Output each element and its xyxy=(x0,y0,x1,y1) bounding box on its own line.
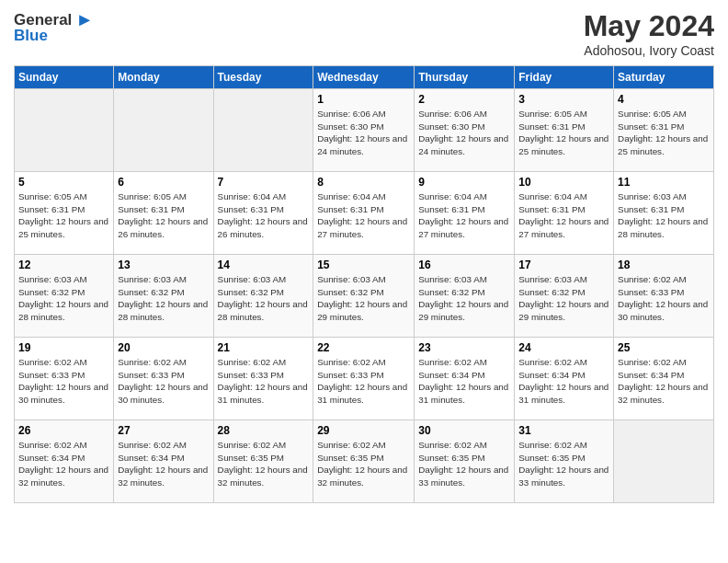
day-number-r1-c3: 8 xyxy=(317,176,410,189)
day-number-r3-c0: 19 xyxy=(18,341,109,354)
header-friday: Friday xyxy=(515,66,614,89)
day-number-r3-c3: 22 xyxy=(317,341,410,354)
calendar-row-4: 26Sunrise: 6:02 AM Sunset: 6:34 PM Dayli… xyxy=(15,420,714,503)
calendar-cell-r0-c2 xyxy=(213,89,313,172)
day-info-r1-c0: Sunrise: 6:05 AM Sunset: 6:31 PM Dayligh… xyxy=(18,190,109,241)
day-number-r2-c3: 15 xyxy=(317,259,410,271)
day-info-r1-c3: Sunrise: 6:04 AM Sunset: 6:31 PM Dayligh… xyxy=(317,190,410,241)
header-thursday: Thursday xyxy=(415,66,515,89)
calendar-cell-r4-c4: 30Sunrise: 6:02 AM Sunset: 6:35 PM Dayli… xyxy=(415,420,515,503)
day-number-r3-c2: 21 xyxy=(218,341,310,354)
day-info-r3-c6: Sunrise: 6:02 AM Sunset: 6:34 PM Dayligh… xyxy=(618,356,710,407)
calendar-cell-r4-c0: 26Sunrise: 6:02 AM Sunset: 6:34 PM Dayli… xyxy=(15,420,114,503)
calendar-cell-r2-c6: 18Sunrise: 6:02 AM Sunset: 6:33 PM Dayli… xyxy=(614,255,714,338)
day-info-r0-c3: Sunrise: 6:06 AM Sunset: 6:30 PM Dayligh… xyxy=(317,108,410,158)
calendar-cell-r2-c3: 15Sunrise: 6:03 AM Sunset: 6:32 PM Dayli… xyxy=(313,255,415,338)
header-monday: Monday xyxy=(114,66,213,89)
day-number-r4-c5: 31 xyxy=(518,424,609,437)
day-info-r3-c5: Sunrise: 6:02 AM Sunset: 6:34 PM Dayligh… xyxy=(518,356,609,407)
calendar-table: Sunday Monday Tuesday Wednesday Thursday… xyxy=(14,65,714,503)
page-container: General ► Blue May 2024 Adohosou, Ivory … xyxy=(0,0,728,512)
day-info-r2-c3: Sunrise: 6:03 AM Sunset: 6:32 PM Dayligh… xyxy=(317,273,410,324)
calendar-cell-r3-c2: 21Sunrise: 6:02 AM Sunset: 6:33 PM Dayli… xyxy=(213,338,313,420)
calendar-cell-r2-c4: 16Sunrise: 6:03 AM Sunset: 6:32 PM Dayli… xyxy=(415,255,515,338)
day-number-r1-c2: 7 xyxy=(218,176,310,189)
day-number-r3-c1: 20 xyxy=(118,341,209,354)
calendar-cell-r3-c1: 20Sunrise: 6:02 AM Sunset: 6:33 PM Dayli… xyxy=(114,338,213,420)
day-info-r0-c6: Sunrise: 6:05 AM Sunset: 6:31 PM Dayligh… xyxy=(618,108,710,158)
calendar-cell-r0-c3: 1Sunrise: 6:06 AM Sunset: 6:30 PM Daylig… xyxy=(313,89,415,172)
day-number-r0-c3: 1 xyxy=(317,93,410,106)
day-number-r2-c6: 18 xyxy=(618,259,710,271)
day-number-r3-c4: 23 xyxy=(418,341,510,354)
day-number-r1-c1: 6 xyxy=(118,176,209,189)
header-saturday: Saturday xyxy=(614,66,714,89)
day-info-r1-c4: Sunrise: 6:04 AM Sunset: 6:31 PM Dayligh… xyxy=(418,190,510,241)
calendar-cell-r0-c0 xyxy=(15,89,114,172)
day-number-r3-c6: 25 xyxy=(618,341,710,354)
day-number-r4-c2: 28 xyxy=(218,424,310,437)
calendar-cell-r4-c5: 31Sunrise: 6:02 AM Sunset: 6:35 PM Dayli… xyxy=(515,420,614,503)
calendar-cell-r2-c0: 12Sunrise: 6:03 AM Sunset: 6:32 PM Dayli… xyxy=(15,255,114,338)
calendar-cell-r1-c1: 6Sunrise: 6:05 AM Sunset: 6:31 PM Daylig… xyxy=(114,172,213,255)
day-number-r4-c3: 29 xyxy=(317,424,410,437)
calendar-cell-r3-c6: 25Sunrise: 6:02 AM Sunset: 6:34 PM Dayli… xyxy=(614,338,714,420)
calendar-cell-r0-c4: 2Sunrise: 6:06 AM Sunset: 6:30 PM Daylig… xyxy=(415,89,515,172)
calendar-header-row: Sunday Monday Tuesday Wednesday Thursday… xyxy=(15,66,714,89)
day-info-r3-c4: Sunrise: 6:02 AM Sunset: 6:34 PM Dayligh… xyxy=(418,356,510,407)
day-info-r1-c1: Sunrise: 6:05 AM Sunset: 6:31 PM Dayligh… xyxy=(118,190,209,241)
logo-bird-icon: ► xyxy=(75,9,94,30)
day-info-r2-c0: Sunrise: 6:03 AM Sunset: 6:32 PM Dayligh… xyxy=(18,273,109,324)
day-number-r0-c6: 4 xyxy=(618,93,710,106)
day-info-r0-c4: Sunrise: 6:06 AM Sunset: 6:30 PM Dayligh… xyxy=(418,108,510,158)
day-number-r2-c0: 12 xyxy=(18,259,109,271)
day-number-r1-c6: 11 xyxy=(618,176,710,189)
calendar-cell-r3-c4: 23Sunrise: 6:02 AM Sunset: 6:34 PM Dayli… xyxy=(415,338,515,420)
calendar-cell-r4-c2: 28Sunrise: 6:02 AM Sunset: 6:35 PM Dayli… xyxy=(213,420,313,503)
calendar-cell-r0-c1 xyxy=(114,89,213,172)
day-info-r4-c1: Sunrise: 6:02 AM Sunset: 6:34 PM Dayligh… xyxy=(118,439,209,489)
calendar-row-2: 12Sunrise: 6:03 AM Sunset: 6:32 PM Dayli… xyxy=(15,255,714,338)
day-number-r2-c2: 14 xyxy=(218,259,310,271)
header-tuesday: Tuesday xyxy=(213,66,313,89)
calendar-cell-r3-c5: 24Sunrise: 6:02 AM Sunset: 6:34 PM Dayli… xyxy=(515,338,614,420)
day-info-r0-c5: Sunrise: 6:05 AM Sunset: 6:31 PM Dayligh… xyxy=(518,108,609,158)
location-title: Adohosou, Ivory Coast xyxy=(584,43,714,58)
month-title: May 2024 xyxy=(584,9,714,43)
day-info-r4-c4: Sunrise: 6:02 AM Sunset: 6:35 PM Dayligh… xyxy=(418,439,510,489)
day-number-r1-c5: 10 xyxy=(518,176,609,189)
day-info-r4-c3: Sunrise: 6:02 AM Sunset: 6:35 PM Dayligh… xyxy=(317,439,410,489)
day-info-r4-c5: Sunrise: 6:02 AM Sunset: 6:35 PM Dayligh… xyxy=(518,439,609,489)
calendar-cell-r1-c5: 10Sunrise: 6:04 AM Sunset: 6:31 PM Dayli… xyxy=(515,172,614,255)
day-number-r0-c4: 2 xyxy=(418,93,510,106)
calendar-cell-r1-c0: 5Sunrise: 6:05 AM Sunset: 6:31 PM Daylig… xyxy=(15,172,114,255)
day-info-r1-c2: Sunrise: 6:04 AM Sunset: 6:31 PM Dayligh… xyxy=(218,190,310,241)
calendar-cell-r0-c6: 4Sunrise: 6:05 AM Sunset: 6:31 PM Daylig… xyxy=(614,89,714,172)
title-area: May 2024 Adohosou, Ivory Coast xyxy=(584,9,714,58)
calendar-row-1: 5Sunrise: 6:05 AM Sunset: 6:31 PM Daylig… xyxy=(15,172,714,255)
header: General ► Blue May 2024 Adohosou, Ivory … xyxy=(14,9,714,58)
day-number-r1-c0: 5 xyxy=(18,176,109,189)
calendar-cell-r1-c3: 8Sunrise: 6:04 AM Sunset: 6:31 PM Daylig… xyxy=(313,172,415,255)
day-info-r2-c5: Sunrise: 6:03 AM Sunset: 6:32 PM Dayligh… xyxy=(518,273,609,324)
logo: General ► Blue xyxy=(14,9,94,45)
calendar-cell-r0-c5: 3Sunrise: 6:05 AM Sunset: 6:31 PM Daylig… xyxy=(515,89,614,172)
day-info-r3-c0: Sunrise: 6:02 AM Sunset: 6:33 PM Dayligh… xyxy=(18,356,109,407)
calendar-cell-r3-c3: 22Sunrise: 6:02 AM Sunset: 6:33 PM Dayli… xyxy=(313,338,415,420)
calendar-cell-r4-c3: 29Sunrise: 6:02 AM Sunset: 6:35 PM Dayli… xyxy=(313,420,415,503)
day-number-r2-c1: 13 xyxy=(118,259,209,271)
calendar-body: 1Sunrise: 6:06 AM Sunset: 6:30 PM Daylig… xyxy=(15,89,714,503)
calendar-cell-r2-c2: 14Sunrise: 6:03 AM Sunset: 6:32 PM Dayli… xyxy=(213,255,313,338)
day-number-r3-c5: 24 xyxy=(518,341,609,354)
calendar-row-0: 1Sunrise: 6:06 AM Sunset: 6:30 PM Daylig… xyxy=(15,89,714,172)
calendar-cell-r4-c6 xyxy=(614,420,714,503)
day-number-r1-c4: 9 xyxy=(418,176,510,189)
day-number-r4-c1: 27 xyxy=(118,424,209,437)
calendar-cell-r4-c1: 27Sunrise: 6:02 AM Sunset: 6:34 PM Dayli… xyxy=(114,420,213,503)
calendar-row-3: 19Sunrise: 6:02 AM Sunset: 6:33 PM Dayli… xyxy=(15,338,714,420)
day-info-r2-c6: Sunrise: 6:02 AM Sunset: 6:33 PM Dayligh… xyxy=(618,273,710,324)
day-info-r2-c2: Sunrise: 6:03 AM Sunset: 6:32 PM Dayligh… xyxy=(218,273,310,324)
day-info-r1-c6: Sunrise: 6:03 AM Sunset: 6:31 PM Dayligh… xyxy=(618,190,710,241)
day-number-r2-c4: 16 xyxy=(418,259,510,271)
day-number-r4-c4: 30 xyxy=(418,424,510,437)
